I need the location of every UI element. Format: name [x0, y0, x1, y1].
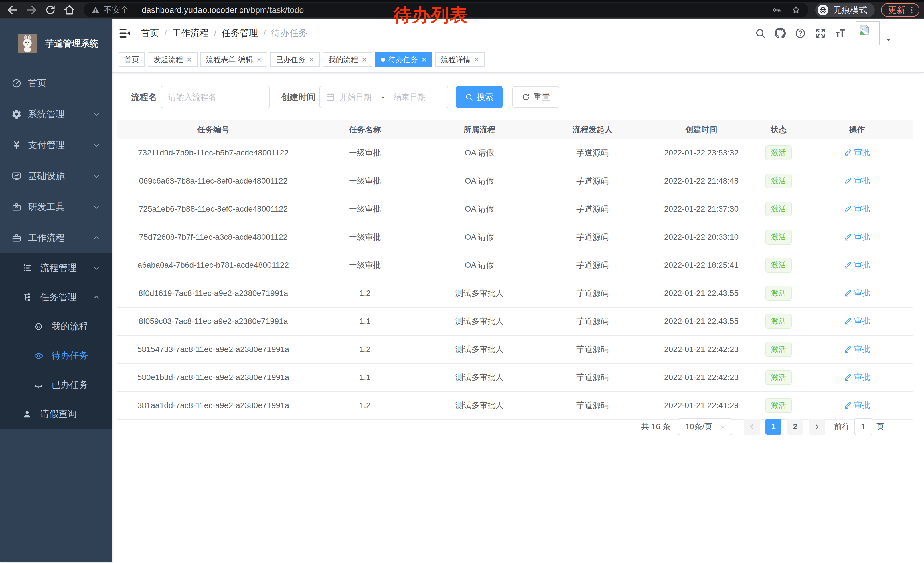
approve-button[interactable]: 审批 [844, 315, 870, 326]
hamburger-icon[interactable] [118, 27, 131, 39]
sidebar-item-首页[interactable]: 首页 [0, 68, 112, 99]
approve-button[interactable]: 审批 [844, 288, 870, 299]
goto-page-input[interactable]: 1 [854, 418, 873, 435]
filter-bar: 流程名 请输入流程名 创建时间 开始日期 - 结束日期 搜索 重置 [131, 86, 560, 108]
main-area: 首页/工作流程/任务管理/待办任务 首页发起流程×流程表单-编辑×已办任务×我的… [112, 19, 924, 562]
sidebar-item-任务管理[interactable]: 任务管理 [0, 283, 112, 312]
approve-button[interactable]: 审批 [844, 147, 870, 158]
github-icon[interactable] [775, 27, 786, 39]
close-icon[interactable]: × [362, 55, 367, 64]
next-page-button[interactable] [809, 419, 825, 435]
tab-待办任务[interactable]: 待办任务× [375, 52, 432, 67]
approve-button[interactable]: 审批 [844, 372, 870, 383]
cell-action: 审批 [801, 203, 912, 215]
close-icon[interactable]: × [309, 55, 314, 64]
prev-page-button[interactable] [744, 419, 760, 435]
sidebar-item-我的流程[interactable]: 我的流程 [0, 312, 112, 341]
approve-button[interactable]: 审批 [844, 175, 870, 186]
tab-发起流程[interactable]: 发起流程× [148, 52, 198, 67]
approve-button[interactable]: 审批 [844, 231, 870, 242]
home-icon[interactable] [63, 4, 76, 17]
cell-status: 激活 [756, 230, 801, 245]
kebab-menu-icon[interactable] [908, 6, 916, 14]
approve-label: 审批 [854, 147, 870, 158]
incognito-icon [818, 5, 828, 15]
cell-name: 1.2 [309, 345, 421, 354]
status-badge: 激活 [765, 258, 792, 273]
tab-流程表单-编辑[interactable]: 流程表单-编辑× [200, 52, 267, 67]
page-button-1[interactable]: 1 [765, 419, 782, 435]
edit-pencil-icon [844, 289, 852, 297]
back-icon[interactable] [6, 4, 19, 17]
sidebar-item-请假查询[interactable]: 请假查询 [0, 399, 112, 429]
table-row: 725a1eb6-7b88-11ec-8ef0-acde48001122一级审批… [117, 195, 912, 224]
sidebar-item-研发工具[interactable]: 研发工具 [0, 192, 112, 222]
approve-button[interactable]: 审批 [844, 344, 870, 354]
sidebar-item-基础设施[interactable]: 基础设施 [0, 161, 112, 192]
tab-流程详情[interactable]: 流程详情× [435, 52, 485, 67]
search-icon[interactable] [754, 27, 766, 39]
cell-process: 测试多审批人 [421, 372, 538, 383]
key-icon[interactable] [772, 5, 782, 15]
search-button[interactable]: 搜索 [456, 86, 502, 108]
chrome-update-button[interactable]: 更新 [881, 3, 920, 17]
url-bar[interactable]: 不安全 dashboard.yudao.iocoder.cn/bpm/task/… [84, 3, 808, 17]
approve-button[interactable]: 审批 [844, 260, 870, 270]
sidebar-item-流程管理[interactable]: 流程管理 [0, 254, 112, 283]
sidebar-item-待办任务[interactable]: 待办任务 [0, 341, 112, 370]
avatar[interactable] [856, 21, 880, 45]
cell-action: 审批 [801, 147, 912, 159]
sidebar-item-支付管理[interactable]: 支付管理 [0, 130, 112, 161]
help-icon[interactable] [795, 27, 806, 39]
sidebar-item-label: 任务管理 [40, 291, 77, 303]
close-icon[interactable]: × [474, 55, 479, 64]
forward-icon[interactable] [25, 4, 38, 17]
approve-label: 审批 [854, 372, 870, 383]
reload-icon[interactable] [44, 4, 57, 17]
close-icon[interactable]: × [256, 55, 262, 64]
sidebar-item-已办任务[interactable]: 已办任务 [0, 370, 112, 399]
approve-button[interactable]: 审批 [844, 400, 870, 411]
breadcrumb-item-工作流程[interactable]: 工作流程 [172, 27, 208, 39]
sidebar-item-系统管理[interactable]: 系统管理 [0, 99, 112, 130]
end-date-placeholder[interactable]: 结束日期 [394, 92, 426, 102]
tab-我的流程[interactable]: 我的流程× [322, 52, 372, 67]
tab-已办任务[interactable]: 已办任务× [270, 52, 320, 67]
robot-face-icon [34, 321, 44, 331]
cell-process: OA 请假 [421, 232, 538, 243]
edit-pencil-icon [844, 317, 852, 325]
cell-time: 2022-01-21 22:42:23 [647, 345, 756, 354]
caret-down-icon[interactable] [884, 36, 892, 44]
cell-time: 2022-01-22 21:48:48 [647, 176, 756, 186]
cell-id: 73211d9d-7b9b-11ec-b5b7-acde48001122 [117, 148, 309, 158]
page-size-select[interactable]: 10条/页 [678, 418, 732, 435]
tab-label: 已办任务 [276, 55, 306, 65]
tab-首页[interactable]: 首页 [118, 52, 145, 67]
table-row: 8f0d1619-7ac8-11ec-a9e2-a2380e71991a1.2测… [117, 279, 912, 308]
url-text[interactable]: dashboard.yudao.iocoder.cn/bpm/task/todo [142, 6, 304, 15]
close-icon[interactable]: × [187, 55, 192, 64]
breadcrumb-item-任务管理[interactable]: 任务管理 [222, 27, 258, 39]
status-badge: 激活 [765, 230, 792, 245]
close-icon[interactable]: × [422, 55, 427, 64]
chevron-left-icon [748, 423, 755, 431]
edit-pencil-icon [844, 233, 852, 241]
sidebar-item-工作流程[interactable]: 工作流程 [0, 222, 112, 254]
column-header-流程发起人: 流程发起人 [538, 124, 647, 135]
security-label[interactable]: 不安全 [104, 4, 129, 16]
star-icon[interactable] [791, 5, 801, 15]
fullscreen-icon[interactable] [814, 27, 826, 39]
approve-button[interactable]: 审批 [844, 203, 870, 214]
screen: 不安全 dashboard.yudao.iocoder.cn/bpm/task/… [0, 0, 924, 563]
cell-action: 审批 [801, 372, 912, 383]
start-date-placeholder[interactable]: 开始日期 [339, 92, 372, 102]
font-size-icon[interactable] [835, 27, 846, 39]
breadcrumb-item-首页[interactable]: 首页 [141, 27, 159, 39]
status-badge: 激活 [765, 201, 792, 216]
person-icon [22, 409, 32, 419]
process-name-input[interactable]: 请输入流程名 [161, 86, 270, 108]
reset-button[interactable]: 重置 [512, 86, 560, 108]
cell-status: 激活 [756, 398, 801, 413]
date-range-picker[interactable]: 开始日期 - 结束日期 [320, 86, 448, 108]
page-button-2[interactable]: 2 [787, 419, 803, 435]
